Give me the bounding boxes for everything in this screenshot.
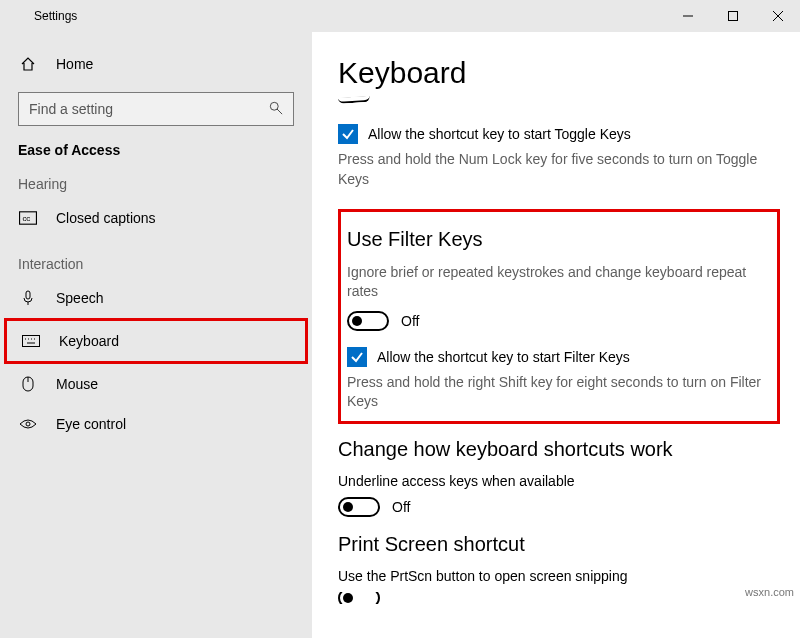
sidebar-item-label: Closed captions (56, 210, 156, 226)
close-button[interactable] (755, 0, 800, 32)
search-input[interactable] (18, 92, 294, 126)
underline-access-desc: Underline access keys when available (338, 473, 780, 489)
group-interaction-label: Interaction (0, 256, 312, 272)
window-controls (665, 0, 800, 32)
sidebar-item-label: Eye control (56, 416, 126, 432)
svg-point-17 (26, 422, 30, 426)
highlighted-filter-keys: Use Filter Keys Ignore brief or repeated… (338, 209, 780, 424)
group-hearing-label: Hearing (0, 176, 312, 192)
sidebar-item-keyboard[interactable]: Keyboard (7, 321, 305, 361)
sidebar-item-label: Speech (56, 290, 103, 306)
printscreen-toggle[interactable] (338, 592, 380, 604)
sidebar-item-label: Home (56, 56, 93, 72)
sidebar-item-closed-captions[interactable]: cc Closed captions (0, 198, 312, 238)
toggle-state: Off (392, 499, 410, 515)
filter-keys-heading: Use Filter Keys (347, 228, 767, 251)
keyboard-icon (21, 335, 41, 347)
closed-captions-icon: cc (18, 211, 38, 225)
filter-keys-desc: Ignore brief or repeated keystrokes and … (347, 263, 767, 301)
checkbox-label: Allow the shortcut key to start Filter K… (377, 349, 630, 365)
filter-keys-shortcut-checkbox-row[interactable]: Allow the shortcut key to start Filter K… (347, 347, 767, 367)
home-icon (18, 56, 38, 72)
svg-rect-1 (728, 12, 737, 21)
svg-text:cc: cc (22, 214, 30, 223)
sidebar-item-label: Mouse (56, 376, 98, 392)
sidebar-item-speech[interactable]: Speech (0, 278, 312, 318)
sidebar-item-mouse[interactable]: Mouse (0, 364, 312, 404)
toggle-state: Off (401, 313, 419, 329)
eye-icon (18, 418, 38, 430)
microphone-icon (18, 290, 38, 306)
category-label: Ease of Access (0, 142, 312, 158)
watermark: wsxn.com (745, 586, 794, 598)
toggle-keys-desc: Press and hold the Num Lock key for five… (338, 150, 780, 189)
sidebar-item-eye-control[interactable]: Eye control (0, 404, 312, 444)
underline-access-toggle[interactable] (338, 497, 380, 517)
filter-keys-toggle[interactable] (347, 311, 389, 331)
svg-line-5 (277, 108, 282, 113)
highlighted-keyboard: Keyboard (4, 318, 308, 364)
search-icon (269, 101, 283, 118)
sidebar-item-home[interactable]: Home (0, 44, 312, 84)
sidebar: Home Ease of Access Hearing cc Closed ca… (0, 32, 312, 638)
page-title: Keyboard (338, 56, 780, 90)
printscreen-heading: Print Screen shortcut (338, 533, 780, 556)
sidebar-item-label: Keyboard (59, 333, 119, 349)
printscreen-desc: Use the PrtScn button to open screen sni… (338, 568, 780, 584)
filter-keys-shortcut-desc: Press and hold the right Shift key for e… (347, 373, 767, 411)
svg-rect-8 (26, 291, 30, 299)
minimize-button[interactable] (665, 0, 710, 32)
checkbox-label: Allow the shortcut key to start Toggle K… (368, 126, 631, 142)
search-field[interactable] (29, 101, 258, 117)
mouse-icon (18, 376, 38, 392)
svg-rect-9 (23, 336, 40, 347)
toggle-keys-checkbox-row[interactable]: Allow the shortcut key to start Toggle K… (338, 124, 780, 144)
titlebar: Settings (0, 0, 800, 32)
main-content: Keyboard Allow the shortcut key to start… (312, 32, 800, 638)
checkbox-checked-icon[interactable] (347, 347, 367, 367)
maximize-button[interactable] (710, 0, 755, 32)
shortcuts-heading: Change how keyboard shortcuts work (338, 438, 780, 461)
window-title: Settings (34, 9, 77, 23)
decorative-underline (338, 96, 370, 104)
checkbox-checked-icon[interactable] (338, 124, 358, 144)
